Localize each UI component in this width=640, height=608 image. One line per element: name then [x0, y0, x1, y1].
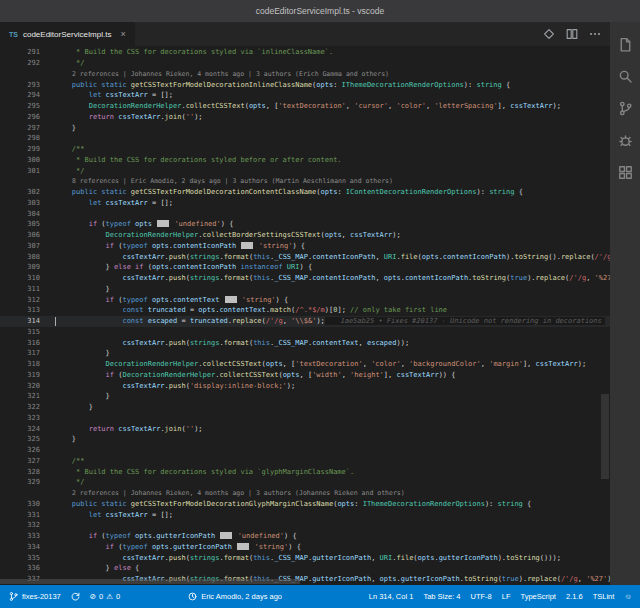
line-number[interactable]: 301	[0, 167, 55, 175]
line-number[interactable]: 334	[0, 543, 55, 551]
code-row[interactable]: 300 * Build the CSS for decorations styl…	[0, 155, 610, 166]
code-text[interactable]: public static getCSSTextForModelDecorati…	[55, 500, 610, 508]
line-number[interactable]: 300	[0, 156, 55, 164]
code-row[interactable]: 298	[0, 133, 610, 144]
code-text[interactable]: return cssTextArr.join('');	[55, 113, 610, 121]
line-number[interactable]: 328	[0, 468, 55, 476]
code-row[interactable]: 328 * Build the CSS for decorations styl…	[0, 466, 610, 477]
code-row[interactable]: 329 */	[0, 477, 610, 488]
code-row[interactable]: 305 if (typeof opts 'undefined') {	[0, 219, 610, 230]
code-text[interactable]: if (typeof opts 'undefined') {	[55, 220, 610, 228]
line-number[interactable]: 293	[0, 81, 55, 89]
code-text[interactable]: cssTextArr.push(strings.format(this._CSS…	[55, 253, 610, 261]
code-editor[interactable]: 291 * Build the CSS for decorations styl…	[0, 46, 610, 585]
debug-icon[interactable]	[617, 132, 634, 149]
code-row[interactable]: 323	[0, 413, 610, 424]
line-number[interactable]: 291	[0, 48, 55, 56]
code-row[interactable]: 334 if (typeof opts.gutterIconPath 'stri…	[0, 542, 610, 553]
code-row[interactable]: 315	[0, 327, 610, 338]
code-row[interactable]: 301 */	[0, 165, 610, 176]
code-row[interactable]: 312 if (typeof opts.contentText 'string'…	[0, 294, 610, 305]
code-row[interactable]: 319 if (DecorationRenderHelper.collectCS…	[0, 370, 610, 381]
code-row[interactable]: 296 return cssTextArr.join('');	[0, 112, 610, 123]
code-text[interactable]: */	[55, 59, 610, 67]
code-row[interactable]: 313 const truncated = opts.contentText.m…	[0, 305, 610, 316]
code-text[interactable]: cssTextArr.push(strings.format(this._CSS…	[55, 274, 610, 282]
code-row[interactable]: 325 }	[0, 434, 610, 445]
git-branch-status[interactable]: fixes-20137	[8, 591, 61, 602]
cursor-position-status[interactable]: Ln 314, Col 1	[369, 592, 414, 601]
gitlens-blame-status[interactable]: Eric Amodio, 2 days ago	[187, 591, 282, 602]
line-number[interactable]: 321	[0, 392, 55, 400]
code-text[interactable]: if (typeof opts.contentText 'string') {	[55, 296, 610, 304]
line-number[interactable]: 330	[0, 500, 55, 508]
code-row[interactable]: 308 cssTextArr.push(strings.format(this.…	[0, 251, 610, 262]
horizontal-scrollbar[interactable]	[0, 579, 300, 584]
tab-close-icon[interactable]: ×	[120, 29, 125, 39]
code-text[interactable]: let cssTextArr = [];	[55, 199, 610, 207]
extensions-icon[interactable]	[617, 164, 634, 181]
line-number[interactable]: 314	[0, 317, 55, 325]
code-text[interactable]: if (typeof opts.gutterIconPath 'string')…	[55, 543, 610, 551]
code-row[interactable]: 307 if (typeof opts.contentIconPath 'str…	[0, 241, 610, 252]
code-text[interactable]: }	[55, 285, 610, 293]
code-row[interactable]: 314 const escaped = truncated.replace(/'…	[0, 316, 610, 327]
line-number[interactable]: 336	[0, 564, 55, 572]
line-number[interactable]: 319	[0, 371, 55, 379]
line-number[interactable]: 326	[0, 446, 55, 454]
code-row[interactable]: 326	[0, 445, 610, 456]
code-text[interactable]: const escaped = truncated.replace(/'/g, …	[55, 317, 610, 325]
source-control-icon[interactable]	[617, 100, 634, 117]
code-text[interactable]: public static getCSSTextForModelDecorati…	[55, 81, 610, 89]
line-number[interactable]: 298	[0, 134, 55, 142]
line-number[interactable]: 304	[0, 210, 55, 218]
code-row[interactable]: 321 }	[0, 391, 610, 402]
code-text[interactable]: }	[55, 403, 610, 411]
line-number[interactable]: 333	[0, 532, 55, 540]
code-text[interactable]: let cssTextArr = [];	[55, 91, 610, 99]
tab-codeEditorServiceImpl[interactable]: TS codeEditorServiceImpl.ts ×	[0, 22, 135, 46]
code-row[interactable]: 324 return cssTextArr.join('');	[0, 423, 610, 434]
code-text[interactable]: let cssTextArr = [];	[55, 511, 610, 519]
code-row[interactable]: 306 DecorationRenderHelper.collectBorder…	[0, 230, 610, 241]
code-row[interactable]: 331 let cssTextArr = [];	[0, 509, 610, 520]
code-row[interactable]: 299 /**	[0, 144, 610, 155]
line-number[interactable]: 297	[0, 124, 55, 132]
code-row[interactable]: 335 cssTextArr.push(strings.format(this.…	[0, 552, 610, 563]
line-number[interactable]: 324	[0, 425, 55, 433]
code-row[interactable]: 311 }	[0, 284, 610, 295]
line-number[interactable]: 322	[0, 403, 55, 411]
line-number[interactable]: 313	[0, 306, 55, 314]
line-number[interactable]: 316	[0, 339, 55, 347]
code-row[interactable]: 291 * Build the CSS for decorations styl…	[0, 47, 610, 58]
line-number[interactable]: 323	[0, 414, 55, 422]
code-text[interactable]: DecorationRenderHelper.collectBorderSett…	[55, 231, 610, 239]
line-number[interactable]: 309	[0, 263, 55, 271]
line-number[interactable]: 303	[0, 199, 55, 207]
code-row[interactable]: 293 public static getCSSTextForModelDeco…	[0, 79, 610, 90]
code-row[interactable]: 292 */	[0, 58, 610, 69]
code-row[interactable]: 327 /**	[0, 456, 610, 467]
line-number[interactable]: 296	[0, 113, 55, 121]
code-text[interactable]: cssTextArr.push('display:inline-block;')…	[55, 382, 610, 390]
typescript-version-status[interactable]: 2.1.6	[566, 592, 583, 601]
code-text[interactable]: const truncated = opts.contentText.match…	[55, 306, 610, 314]
problems-status[interactable]: ⊘ 0 ⚠ 0	[90, 592, 120, 601]
code-text[interactable]: } else if (opts.contentIconPath instance…	[55, 263, 610, 271]
code-text[interactable]: }	[55, 124, 610, 132]
line-number[interactable]: 318	[0, 360, 55, 368]
line-number[interactable]: 320	[0, 382, 55, 390]
code-row[interactable]: 330 public static getCSSTextForModelDeco…	[0, 499, 610, 510]
code-row[interactable]: 320 cssTextArr.push('display:inline-bloc…	[0, 380, 610, 391]
sync-status[interactable]	[70, 591, 81, 602]
line-number[interactable]: 315	[0, 328, 55, 336]
line-number[interactable]: 317	[0, 349, 55, 357]
code-text[interactable]: */	[55, 478, 610, 486]
code-row[interactable]: 316 cssTextArr.push(strings.format(this.…	[0, 337, 610, 348]
code-text[interactable]: * Build the CSS for decorations styled b…	[55, 156, 610, 164]
search-icon[interactable]	[617, 68, 634, 85]
codelens-text[interactable]: 8 references | Eric Amodio, 2 days ago |…	[55, 177, 393, 185]
codelens-text[interactable]: 2 references | Johannes Rieken, 4 months…	[55, 70, 389, 78]
code-row[interactable]: 294 let cssTextArr = [];	[0, 90, 610, 101]
code-row[interactable]: 295 DecorationRenderHelper.collectCSSTex…	[0, 101, 610, 112]
